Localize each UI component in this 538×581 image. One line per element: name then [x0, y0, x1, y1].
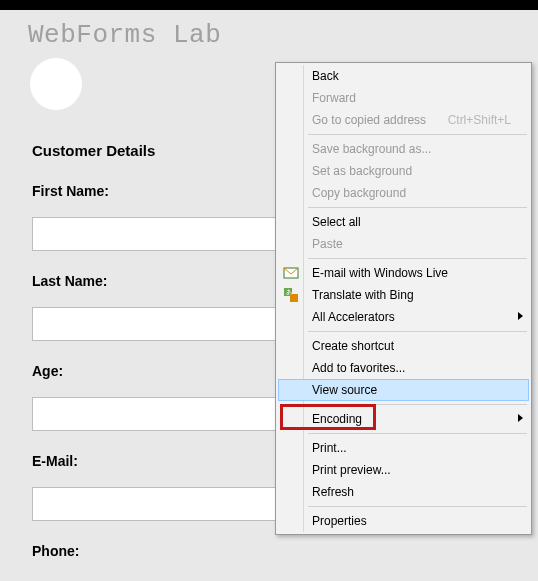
menu-separator — [308, 506, 527, 507]
menu-translate-label: Translate with Bing — [312, 288, 414, 302]
translate-icon: あ — [283, 287, 299, 303]
menu-save-bg-label: Save background as... — [312, 142, 431, 156]
menu-set-bg-label: Set as background — [312, 164, 412, 178]
menu-separator — [308, 134, 527, 135]
menu-copy-bg-label: Copy background — [312, 186, 406, 200]
menu-separator — [308, 433, 527, 434]
menu-email-windows-live[interactable]: E-mail with Windows Live — [278, 262, 529, 284]
menu-set-background: Set as background — [278, 160, 529, 182]
menu-separator — [308, 404, 527, 405]
submenu-arrow-icon — [518, 414, 523, 422]
menu-copy-background: Copy background — [278, 182, 529, 204]
svg-text:あ: あ — [286, 289, 292, 296]
menu-view-source-label: View source — [312, 383, 377, 397]
header-badge-circle — [30, 58, 82, 110]
menu-email-label: E-mail with Windows Live — [312, 266, 448, 280]
svg-rect-2 — [290, 294, 298, 302]
menu-favorites-label: Add to favorites... — [312, 361, 405, 375]
menu-forward: Forward — [278, 87, 529, 109]
menu-save-background: Save background as... — [278, 138, 529, 160]
menu-forward-label: Forward — [312, 91, 356, 105]
menu-separator — [308, 331, 527, 332]
window-top-border — [0, 0, 538, 10]
menu-print[interactable]: Print... — [278, 437, 529, 459]
menu-copied-addr-shortcut: Ctrl+Shift+L — [448, 109, 511, 131]
menu-back-label: Back — [312, 69, 339, 83]
phone-label: Phone: — [32, 543, 506, 559]
menu-shortcut-label: Create shortcut — [312, 339, 394, 353]
menu-select-all-label: Select all — [312, 215, 361, 229]
menu-paste: Paste — [278, 233, 529, 255]
menu-translate-bing[interactable]: あ Translate with Bing — [278, 284, 529, 306]
mail-icon — [283, 265, 299, 281]
menu-accelerators-label: All Accelerators — [312, 310, 395, 324]
site-title: WebForms Lab — [28, 20, 510, 50]
menu-print-label: Print... — [312, 441, 347, 455]
menu-create-shortcut[interactable]: Create shortcut — [278, 335, 529, 357]
menu-view-source[interactable]: View source — [278, 379, 529, 401]
menu-separator — [308, 207, 527, 208]
menu-encoding-label: Encoding — [312, 412, 362, 426]
context-menu: Back Forward Go to copied address Ctrl+S… — [275, 62, 532, 535]
menu-all-accelerators[interactable]: All Accelerators — [278, 306, 529, 328]
menu-preview-label: Print preview... — [312, 463, 391, 477]
menu-print-preview[interactable]: Print preview... — [278, 459, 529, 481]
menu-copied-addr-label: Go to copied address — [312, 113, 426, 127]
menu-properties[interactable]: Properties — [278, 510, 529, 532]
menu-paste-label: Paste — [312, 237, 343, 251]
menu-select-all[interactable]: Select all — [278, 211, 529, 233]
submenu-arrow-icon — [518, 312, 523, 320]
menu-add-to-favorites[interactable]: Add to favorites... — [278, 357, 529, 379]
menu-refresh-label: Refresh — [312, 485, 354, 499]
menu-refresh[interactable]: Refresh — [278, 481, 529, 503]
menu-encoding[interactable]: Encoding — [278, 408, 529, 430]
menu-back[interactable]: Back — [278, 65, 529, 87]
menu-separator — [308, 258, 527, 259]
menu-go-to-copied-address: Go to copied address Ctrl+Shift+L — [278, 109, 529, 131]
menu-properties-label: Properties — [312, 514, 367, 528]
